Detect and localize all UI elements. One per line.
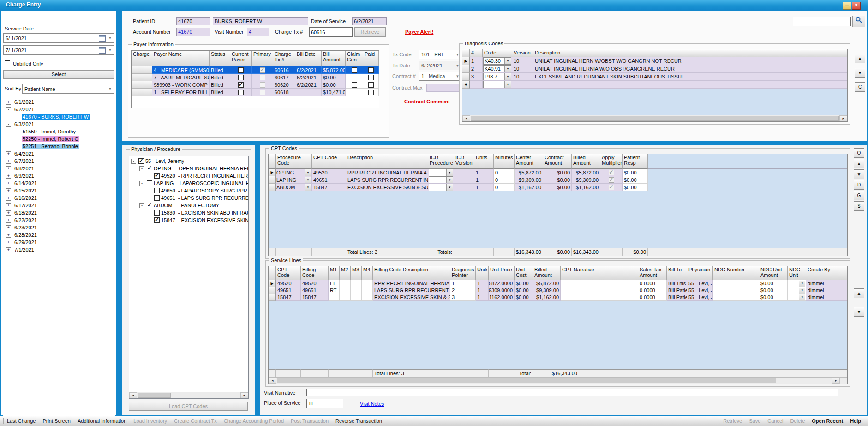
tree-item[interactable]: 52250 - Immel, Robert C — [3, 135, 115, 143]
tree-expander[interactable]: + — [6, 159, 11, 164]
bill-amount-cell[interactable]: $5,872.00 — [322, 66, 346, 74]
m3-cell[interactable] — [351, 280, 362, 287]
bill-date-cell[interactable]: 6/2/2021 — [295, 81, 322, 89]
current-payer-cell[interactable] — [230, 66, 252, 74]
row-header-cell[interactable] — [132, 74, 152, 81]
cpt-row[interactable]: ▶ OP ING 49520 RPR RECRT INGUINAL HERNIA… — [269, 169, 847, 176]
billed-amount-cell[interactable]: $9,309.00 — [572, 176, 600, 184]
visit-notes-link[interactable]: Visit Notes — [360, 401, 384, 407]
statusbar-button[interactable]: Change Accounting Period — [224, 418, 284, 424]
row-marker-cell[interactable]: ▶ — [462, 57, 470, 65]
units-cell[interactable]: 1 — [476, 287, 489, 294]
cpt-code-cell[interactable]: 49520 — [312, 169, 346, 176]
ndc-number-cell[interactable] — [713, 294, 759, 301]
scroll-track[interactable] — [777, 378, 832, 384]
cpt-side-button[interactable]: O — [854, 148, 864, 158]
paid-cell[interactable] — [363, 89, 379, 96]
billing-code-cell[interactable]: 15847 — [301, 294, 329, 301]
unit-price-cell[interactable]: 9309.0000 — [489, 287, 515, 294]
diagnosis-pointer-cell[interactable]: 2 — [450, 287, 476, 294]
column-header[interactable]: M1 — [329, 266, 340, 280]
dx-description-cell[interactable] — [533, 81, 847, 89]
primary-checkbox[interactable] — [260, 82, 265, 88]
claim-gen-cell[interactable] — [346, 81, 363, 89]
statusbar-button[interactable]: Print Screen — [42, 418, 71, 424]
status-cell[interactable]: Billed — [210, 66, 230, 74]
sales-tax-cell[interactable]: 0.0000 — [638, 294, 667, 301]
column-header[interactable]: Unit Price — [489, 266, 515, 280]
tree-expander[interactable]: + — [6, 233, 11, 238]
paid-cell[interactable] — [363, 74, 379, 81]
column-header[interactable]: Payer Name — [152, 51, 210, 66]
billing-code-cell[interactable]: 49520 — [301, 280, 329, 287]
service-line-row[interactable]: ▶ 49520 49520 LT RPR RECRT INGUINAL HERN… — [269, 280, 847, 287]
column-header[interactable]: # — [470, 49, 483, 57]
m4-cell[interactable] — [362, 294, 373, 301]
tree-expander[interactable]: + — [6, 247, 11, 252]
charge-tx-cell[interactable]: 60616 — [273, 66, 295, 74]
bill-amount-cell[interactable]: $0.00 — [322, 81, 346, 89]
units-cell[interactable]: 1 — [476, 280, 489, 287]
patient-resp-cell[interactable]: $0.00 — [623, 176, 648, 184]
tree-expander[interactable]: + — [6, 151, 11, 156]
tree-item[interactable]: + 6/18/2021 — [3, 209, 115, 216]
diagnosis-pointer-cell[interactable]: 1 — [450, 280, 476, 287]
tx-date-picker[interactable]: 6/ 2/2021 — [419, 61, 461, 70]
procedure-tree-item[interactable]: 15847 - EXCISION EXCESSIVE SKIN & SU — [129, 216, 248, 224]
payer-row[interactable]: 7 - AARP MEDICARE SU Billed 60617 6/2/20… — [132, 74, 379, 81]
payer-row[interactable]: 1 - SELF PAY FOR BILLIN Billed 60618 $10… — [132, 89, 379, 96]
row-marker-cell[interactable] — [269, 287, 276, 294]
contract-comment-link[interactable]: Contract Comment — [404, 99, 450, 104]
claim-gen-checkbox[interactable] — [352, 67, 357, 73]
billing-description-cell[interactable]: LAPS SURG RPR RECURRENT — [373, 287, 450, 294]
cpt-narrative-cell[interactable] — [561, 280, 638, 287]
dx-description-cell[interactable]: EXCESSIVE AND REDUNDANT SKIN SUBCUTANEOU… — [533, 73, 847, 81]
dx-version-cell[interactable]: 10 — [512, 65, 533, 73]
payer-name-cell[interactable]: 989903 - WORK COMP — [152, 81, 210, 89]
claim-gen-checkbox[interactable] — [352, 90, 357, 95]
select-button[interactable]: Select — [3, 70, 114, 79]
statusbar-button[interactable]: Cancel — [767, 418, 783, 424]
apply-multiplier-cell[interactable] — [600, 176, 623, 184]
unit-price-cell[interactable]: 1162.0000 — [489, 294, 515, 301]
tree-item[interactable]: + 6/7/2021 — [3, 157, 115, 165]
bill-to-cell[interactable]: Bill Patien — [667, 294, 687, 301]
cpt-code-cell[interactable]: 49651 — [276, 287, 301, 294]
procedure-checkbox[interactable] — [154, 210, 160, 216]
m4-cell[interactable] — [362, 287, 373, 294]
physician-cell[interactable]: 55 - Levi, J — [687, 280, 713, 287]
cpt-code-cell[interactable]: 49651 — [312, 176, 346, 184]
service-date-to-picker[interactable]: 7/ 1/2021 — [3, 45, 114, 55]
column-header[interactable]: NDC Number — [713, 266, 759, 280]
tree-expander[interactable]: + — [6, 225, 11, 230]
tree-item[interactable]: + 6/23/2021 — [3, 224, 115, 231]
chevron-down-icon[interactable] — [504, 81, 511, 88]
tree-expander[interactable]: - — [139, 203, 144, 208]
chevron-down-icon[interactable] — [799, 281, 805, 287]
diagnosis-row[interactable]: ▶ 1 K40.30 10 UNILAT INGUINAL HERN W/OBS… — [462, 57, 847, 65]
column-header[interactable]: ICD Version — [454, 154, 474, 169]
billed-amount-cell[interactable]: $1,162.00 — [572, 184, 600, 191]
row-marker-cell[interactable]: ✱ — [462, 81, 470, 89]
bill-date-cell[interactable] — [295, 89, 322, 96]
procedure-checkbox[interactable] — [147, 180, 152, 186]
row-header-cell[interactable] — [132, 66, 152, 74]
cpt-row[interactable]: LAP ING 49651 LAPS SURG RPR RECURRENT IN… — [269, 176, 847, 184]
cpt-row[interactable]: ABDOM 15847 EXCISION EXCESSIVE SKIN & SU… — [269, 184, 847, 191]
minutes-cell[interactable]: 0 — [494, 184, 515, 191]
tree-item[interactable]: 41670 - BURKS, ROBERT W — [3, 113, 115, 120]
procedure-code-cell[interactable]: LAP ING — [276, 176, 312, 184]
row-marker-cell[interactable] — [462, 65, 470, 73]
statusbar-button[interactable]: Last Change — [7, 418, 36, 424]
current-payer-cell[interactable] — [230, 74, 252, 81]
column-header[interactable]: NDC Unit — [788, 266, 806, 280]
unit-price-cell[interactable]: 5872.0000 — [489, 280, 515, 287]
m2-cell[interactable] — [340, 280, 351, 287]
tree-expander[interactable]: + — [6, 240, 11, 245]
dx-number-cell[interactable]: 2 — [470, 65, 483, 73]
tree-item[interactable]: + 6/1/2021 — [3, 98, 115, 106]
statusbar-button[interactable]: Save — [749, 418, 760, 424]
tree-expander[interactable]: + — [6, 181, 11, 186]
apply-multiplier-cell[interactable] — [600, 169, 623, 176]
column-header[interactable]: M2 — [340, 266, 351, 280]
